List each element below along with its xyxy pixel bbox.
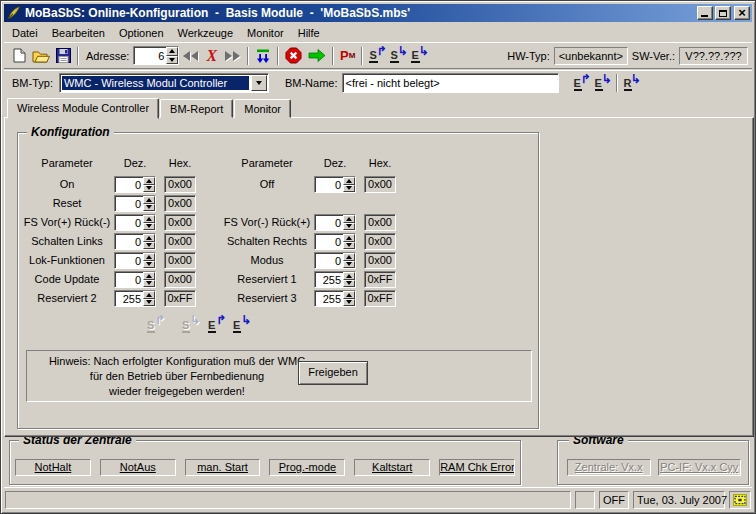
- column-header-dez: Dez.: [314, 157, 356, 169]
- param-spinner-modus[interactable]: 0: [314, 252, 356, 269]
- title-bar[interactable]: MoBaSbS: Online-Konfiguration - Basis Mo…: [4, 4, 752, 22]
- param-spinner-schalten-rechts[interactable]: 0: [314, 233, 356, 250]
- param-spinner-fs-vor-r-ck-down-button[interactable]: [343, 223, 355, 231]
- param-spinner-modus-down-button[interactable]: [343, 261, 355, 269]
- spin-down-icon: [346, 281, 352, 285]
- param-spinner-on-up-button[interactable]: [143, 177, 155, 185]
- param-spinner-reserviert-2-up-button[interactable]: [143, 291, 155, 299]
- toolbar-separator: [361, 47, 363, 65]
- param-spinner-schalten-rechts-up-button[interactable]: [343, 234, 355, 242]
- spin-up-icon: [146, 255, 152, 259]
- maximize-button[interactable]: [715, 6, 731, 20]
- param-spinner-schalten-links-up-button[interactable]: [143, 234, 155, 242]
- read-eeprom-params-button[interactable]: E↱: [206, 316, 226, 334]
- bm-typ-combobox[interactable]: WMC - Wireless Modul Controller: [59, 73, 269, 93]
- menu-item-datei[interactable]: Datei: [5, 25, 45, 41]
- param-spinner-reserviert-1-down-button[interactable]: [343, 280, 355, 288]
- param-spinner-reserviert-1[interactable]: 255: [314, 271, 356, 288]
- spin-up-icon: [346, 236, 352, 240]
- freigeben-button[interactable]: Freigeben: [298, 361, 368, 385]
- param-spinner-reserviert-3-down-button[interactable]: [343, 299, 355, 307]
- maximize-icon: [719, 10, 727, 17]
- bent-arrow-icon: ↳: [397, 45, 407, 57]
- write-register-button[interactable]: R↳: [622, 75, 641, 92]
- load-settings-button[interactable]: S↱: [367, 47, 386, 64]
- pm-programming-button[interactable]: PM: [338, 45, 357, 67]
- param-spinner-lok-funktionen-down-button[interactable]: [143, 261, 155, 269]
- param-spinner-lok-funktionen-up-button[interactable]: [143, 253, 155, 261]
- param-spinner-on-down-button[interactable]: [143, 185, 155, 193]
- clear-address-button[interactable]: X: [203, 45, 220, 67]
- param-spinner-fs-vor-r-ck-down-button[interactable]: [143, 223, 155, 231]
- menu-item-werkzeuge[interactable]: Werkzeuge: [171, 25, 240, 41]
- address-spinner-up-button[interactable]: [166, 47, 178, 56]
- menu-item-optionen[interactable]: Optionen: [112, 25, 171, 41]
- menu-item-hilfe[interactable]: Hilfe: [291, 25, 327, 41]
- param-spinner-code-update[interactable]: 0: [114, 271, 156, 288]
- toolbar-separator: [277, 47, 279, 65]
- new-file-button[interactable]: [11, 45, 28, 67]
- param-hex-reserviert-3: 0xFF: [364, 290, 396, 307]
- menu-item-monitor[interactable]: Monitor: [240, 25, 291, 41]
- param-label-off: Off: [214, 176, 320, 193]
- bm-typ-dropdown-button[interactable]: [251, 75, 267, 91]
- param-spinner-schalten-links-down-button[interactable]: [143, 242, 155, 250]
- tab-wireless-module-controller[interactable]: Wireless Module Controller: [7, 98, 159, 119]
- param-spinner-fs-vor-r-ck[interactable]: 0: [314, 214, 356, 231]
- param-spinner-lok-funktionen[interactable]: 0: [114, 252, 156, 269]
- address-spinner[interactable]: 6: [133, 46, 179, 65]
- toolbar-separator: [77, 47, 79, 65]
- statusbar-tray-panel: [729, 491, 751, 509]
- read-module-eeprom-button[interactable]: E↱: [572, 75, 591, 92]
- bm-name-field[interactable]: <frei - nicht belegt>: [342, 73, 559, 93]
- param-spinner-code-update-down-button[interactable]: [143, 280, 155, 288]
- write-module-eeprom-button[interactable]: E↳: [593, 75, 612, 92]
- spin-up-icon: [146, 198, 152, 202]
- address-spinner-down-button[interactable]: [166, 56, 178, 65]
- prev-address-button[interactable]: [180, 45, 201, 67]
- status-zentrale-group: Status der Zentrale NotHaltNotAusman. St…: [9, 440, 521, 485]
- param-spinner-fs-vor-r-ck-up-button[interactable]: [143, 215, 155, 223]
- param-spinner-reset-up-button[interactable]: [143, 196, 155, 204]
- param-spinner-reserviert-2-down-button[interactable]: [143, 299, 155, 307]
- param-spinner-fs-vor-r-ck-up-button[interactable]: [343, 215, 355, 223]
- statusbar-empty-panel: [575, 491, 595, 509]
- param-spinner-reset[interactable]: 0: [114, 195, 156, 212]
- param-spinner-reserviert-1-up-button[interactable]: [343, 272, 355, 280]
- go-button[interactable]: [306, 45, 328, 67]
- param-spinner-reserviert-3-up-button[interactable]: [343, 291, 355, 299]
- param-spinner-fs-vor-r-ck[interactable]: 0: [114, 214, 156, 231]
- status-indicator-nothalt: NotHalt: [15, 459, 91, 476]
- param-spinner-on[interactable]: 0: [114, 176, 156, 193]
- tab-bm-report[interactable]: BM-Report: [160, 99, 233, 118]
- assign-arrows-icon: [255, 48, 271, 64]
- param-spinner-code-update-up-button[interactable]: [143, 272, 155, 280]
- close-button[interactable]: [734, 6, 750, 20]
- tab-monitor[interactable]: Monitor: [234, 99, 291, 118]
- write-eeprom-params-button[interactable]: E↳: [231, 316, 251, 334]
- assign-address-button[interactable]: [253, 45, 273, 67]
- param-spinner-off[interactable]: 0: [314, 176, 356, 193]
- param-spinner-off-down-button[interactable]: [343, 185, 355, 193]
- param-spinner-reserviert-3[interactable]: 255: [314, 290, 356, 307]
- next-address-button[interactable]: [222, 45, 243, 67]
- bent-arrow-icon: ↳: [241, 314, 251, 326]
- spin-down-icon: [146, 300, 152, 304]
- param-spinner-reset-down-button[interactable]: [143, 204, 155, 212]
- spin-down-icon: [146, 262, 152, 266]
- column-header-parameter: Parameter: [220, 157, 314, 169]
- param-spinner-schalten-rechts-down-button[interactable]: [343, 242, 355, 250]
- app-quill-icon[interactable]: [7, 6, 22, 21]
- menu-item-bearbeiten[interactable]: Bearbeiten: [45, 25, 112, 41]
- stop-button[interactable]: [283, 45, 304, 67]
- minimize-button[interactable]: [697, 6, 713, 20]
- param-spinner-reserviert-2[interactable]: 255: [114, 290, 156, 307]
- param-spinner-modus-up-button[interactable]: [343, 253, 355, 261]
- save-button[interactable]: [54, 45, 73, 67]
- open-file-button[interactable]: [30, 45, 52, 67]
- write-eeprom-button[interactable]: E↳: [409, 47, 428, 64]
- store-settings-button[interactable]: S↳: [388, 47, 407, 64]
- param-label-code-update: Code Update: [18, 271, 116, 288]
- param-spinner-off-up-button[interactable]: [343, 177, 355, 185]
- param-spinner-schalten-links[interactable]: 0: [114, 233, 156, 250]
